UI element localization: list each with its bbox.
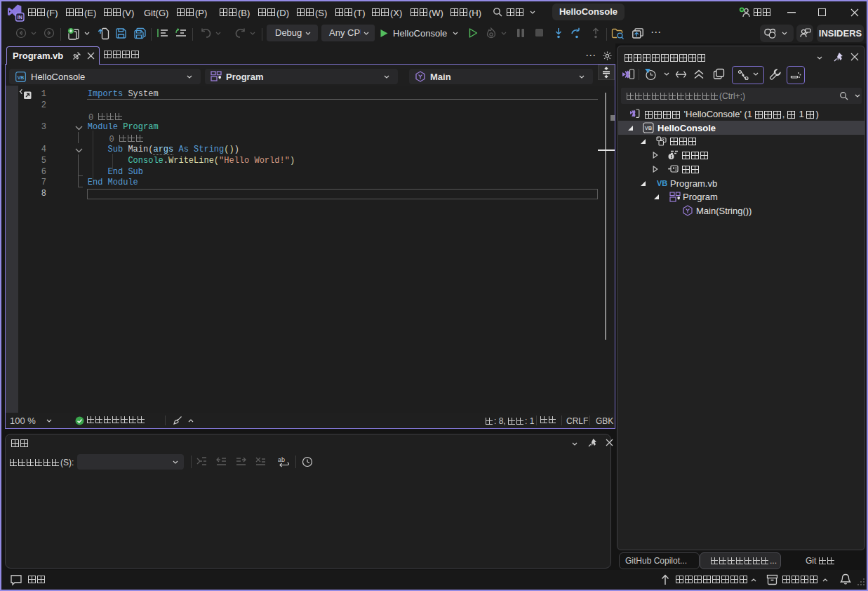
svg-text:ab: ab [278, 456, 285, 463]
svg-text:IN: IN [18, 15, 22, 20]
svg-text:VB: VB [18, 75, 25, 80]
svg-text:VB: VB [645, 125, 653, 131]
